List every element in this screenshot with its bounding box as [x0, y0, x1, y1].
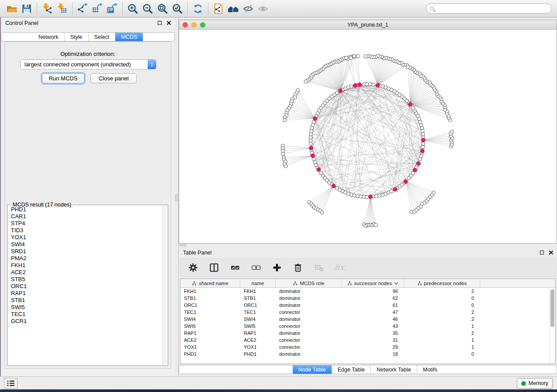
open-session-button[interactable]: [4, 2, 19, 16]
network-node[interactable]: [353, 194, 356, 197]
tab-network-table[interactable]: Network Table: [370, 365, 417, 374]
network-dominator-node[interactable]: [313, 117, 317, 120]
cell-MCDS-role[interactable]: dominator: [276, 330, 342, 337]
search-box[interactable]: [426, 3, 552, 14]
cell-shared-name[interactable]: PHD1: [180, 351, 240, 358]
network-node[interactable]: [356, 194, 359, 198]
network-node[interactable]: [364, 55, 367, 58]
cell-predecessor-nodes[interactable]: 0: [404, 295, 480, 302]
network-node[interactable]: [375, 194, 378, 198]
mcds-result-item[interactable]: YOX1: [9, 234, 162, 241]
tab-network[interactable]: Network: [33, 33, 64, 41]
show-all-button[interactable]: [256, 2, 270, 16]
network-dominator-node[interactable]: [311, 154, 315, 158]
zoom-out-button[interactable]: [140, 2, 155, 16]
mcds-result-item[interactable]: SWI5: [9, 304, 162, 311]
mcds-result-item[interactable]: TID3: [9, 227, 162, 234]
close-panel-button[interactable]: Close panel: [90, 73, 137, 83]
mcds-result-item[interactable]: GCR1: [9, 318, 162, 325]
network-graph[interactable]: [179, 30, 557, 243]
delete-column-button[interactable]: [292, 262, 304, 273]
cell-name[interactable]: ACE2: [240, 337, 276, 344]
import-table-button[interactable]: [55, 2, 69, 16]
mcds-result-item[interactable]: PHD1: [9, 206, 162, 213]
tab-node-table[interactable]: Node Table: [293, 365, 332, 374]
refresh-view-button[interactable]: [190, 2, 205, 16]
network-node[interactable]: [320, 211, 324, 214]
cell-predecessor-nodes[interactable]: 1: [404, 344, 480, 351]
cell-shared-name[interactable]: ORC1: [180, 302, 240, 309]
network-dominator-node[interactable]: [309, 146, 313, 150]
network-dominator-node[interactable]: [353, 83, 357, 87]
cell-MCDS-role[interactable]: dominator: [276, 351, 342, 358]
cell-name[interactable]: TEC1: [240, 309, 276, 316]
vertical-splitter[interactable]: [175, 17, 179, 376]
cell-name[interactable]: FKH1: [240, 288, 276, 295]
cell-name[interactable]: ORC1: [240, 302, 276, 309]
cell-MCDS-role[interactable]: connector: [276, 309, 342, 316]
network-node[interactable]: [349, 56, 353, 60]
network-node[interactable]: [362, 83, 366, 86]
table-row[interactable]: TEC1TEC1connector472: [180, 309, 549, 316]
network-node[interactable]: [304, 80, 308, 83]
tab-mcds[interactable]: MCDS: [115, 33, 143, 41]
network-dominator-node[interactable]: [332, 184, 336, 188]
network-node[interactable]: [356, 55, 360, 58]
table-row[interactable]: ORC1ORC1dominator610: [180, 302, 549, 309]
cell-name[interactable]: STB1: [240, 295, 276, 302]
network-dominator-node[interactable]: [422, 138, 426, 142]
search-input[interactable]: [436, 6, 548, 12]
table-row[interactable]: SWI5SWI5connector431: [180, 323, 549, 330]
cell-successor-nodes[interactable]: 62: [342, 295, 404, 302]
float-panel-icon[interactable]: [540, 250, 544, 255]
cell-successor-nodes[interactable]: 31: [342, 337, 404, 344]
network-node[interactable]: [283, 118, 287, 122]
splitter-grabber[interactable]: [175, 194, 178, 201]
mcds-result-item[interactable]: FKH1: [9, 262, 162, 269]
horizontal-splitter[interactable]: [179, 244, 557, 247]
import-network-button[interactable]: [40, 2, 55, 16]
tab-select[interactable]: Select: [88, 33, 115, 41]
cell-name[interactable]: SWI5: [240, 323, 276, 330]
cell-predecessor-nodes[interactable]: 1: [404, 337, 480, 344]
cell-shared-name[interactable]: SWI5: [180, 323, 240, 330]
cell-successor-nodes[interactable]: 43: [342, 323, 404, 330]
mcds-result-item[interactable]: RAP1: [9, 290, 162, 297]
mcds-result-item[interactable]: ORC1: [9, 283, 162, 290]
network-node[interactable]: [353, 55, 356, 58]
network-dominator-node[interactable]: [413, 168, 417, 172]
cell-MCDS-role[interactable]: connector: [276, 344, 342, 351]
cell-name[interactable]: RAP1: [240, 330, 276, 337]
memory-button[interactable]: Memory: [517, 378, 553, 389]
duplicate-network-button[interactable]: [211, 2, 226, 16]
network-node[interactable]: [390, 189, 393, 193]
table-row[interactable]: STB1STB1dominator620: [180, 295, 549, 302]
network-node[interactable]: [309, 142, 312, 145]
close-panel-icon[interactable]: [549, 250, 554, 255]
export-network-button[interactable]: [75, 2, 90, 16]
save-session-button[interactable]: [19, 2, 34, 16]
tab-edge-table[interactable]: Edge Table: [332, 365, 370, 374]
cell-MCDS-role[interactable]: connector: [276, 337, 342, 344]
network-node[interactable]: [345, 56, 348, 59]
hide-selected-button[interactable]: [241, 2, 256, 16]
mcds-result-item[interactable]: SRD1: [9, 248, 162, 255]
column-header-successor-nodes[interactable]: successor nodes: [342, 279, 404, 287]
table-row[interactable]: ACE2ACE2connector311: [180, 337, 549, 344]
scrollbar-thumb[interactable]: [550, 289, 554, 327]
network-node[interactable]: [421, 129, 424, 133]
zoom-selected-button[interactable]: [170, 2, 185, 16]
table-row[interactable]: YOX1YOX1connector291: [180, 344, 549, 351]
mcds-result-item[interactable]: ACE2: [9, 269, 162, 276]
cell-shared-name[interactable]: SWI4: [180, 316, 240, 323]
cell-MCDS-role[interactable]: connector: [276, 323, 342, 330]
cell-shared-name[interactable]: TEC1: [180, 309, 240, 316]
cell-shared-name[interactable]: STB1: [180, 295, 240, 302]
network-canvas[interactable]: [179, 30, 557, 243]
network-node[interactable]: [406, 65, 410, 69]
zoom-in-button[interactable]: [125, 2, 140, 16]
cell-predecessor-nodes[interactable]: 0: [404, 351, 480, 358]
table-scrollbar[interactable]: [549, 288, 555, 364]
network-dominator-node[interactable]: [339, 89, 343, 93]
cell-shared-name[interactable]: ACE2: [180, 337, 240, 344]
